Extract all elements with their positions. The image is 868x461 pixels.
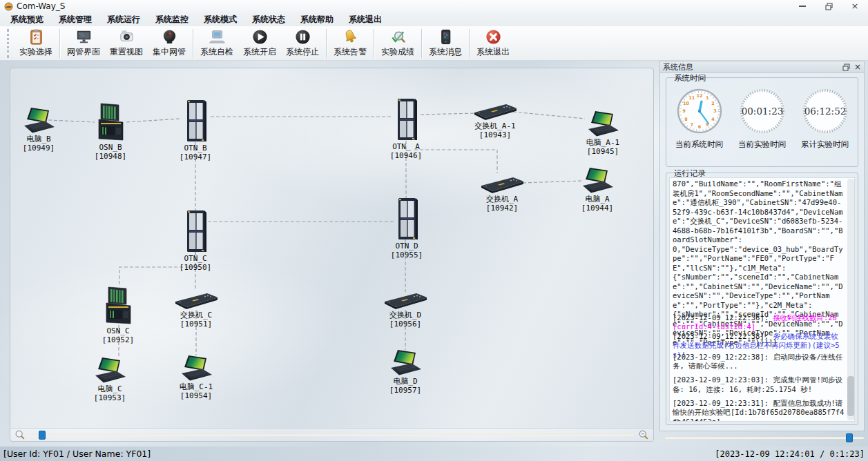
topology-node[interactable]: 交换机_D[10956] — [363, 291, 448, 328]
pause-icon — [294, 28, 311, 46]
node-label: 电脑_C-1[10954] — [153, 382, 239, 400]
toolbar-separator — [374, 29, 374, 58]
monitor-icon — [75, 28, 93, 46]
svg-text:10: 10 — [682, 101, 689, 106]
topology-node[interactable]: 电脑_C[10953] — [67, 357, 153, 402]
canvas-zoom-bar — [10, 428, 653, 441]
node-label: OSN_C[10952] — [75, 326, 161, 344]
log-scrollbar[interactable] — [847, 179, 854, 420]
run-log-group: 运行记录 870","BuildName":"","RoomFirstName"… — [666, 173, 858, 425]
toolbar-button-label: 重置视图 — [110, 46, 143, 58]
svg-text:1: 1 — [705, 95, 708, 101]
topology-node[interactable]: 电脑_C-1[10954] — [153, 355, 239, 400]
digital-clock-value: 06:12:52 — [804, 106, 846, 117]
zoom-in-icon[interactable] — [638, 429, 649, 440]
toolbar-button-label: 网管界面 — [67, 46, 100, 58]
toolbar-button-2[interactable]: 重置视图 — [105, 28, 148, 59]
toolbar: 实验选择网管界面重置视图集中网管系统自检系统开启系统停止系统告警实验成绩系统消息… — [0, 26, 868, 61]
log-scrollbar-thumb[interactable] — [847, 376, 854, 416]
osn-icon — [75, 286, 161, 325]
clipboard-icon — [28, 28, 45, 46]
menu-item-4[interactable]: 系统模式 — [196, 12, 244, 27]
topology-node[interactable]: 电脑_D[10957] — [363, 349, 448, 395]
toolbar-button-label: 系统退出 — [476, 46, 510, 58]
node-label: 电脑_A[10944] — [554, 195, 640, 213]
toolbar-button-3[interactable]: 集中网管 — [148, 28, 191, 59]
menu-item-0[interactable]: 系统预览 — [3, 12, 51, 27]
laptop-icon — [554, 167, 640, 193]
menu-item-3[interactable]: 系统监控 — [148, 12, 196, 27]
toolbar-button-8[interactable]: 实验成绩 — [376, 28, 419, 59]
exit-icon — [485, 28, 502, 46]
toolbar-separator — [469, 29, 470, 58]
toolbar-button-label: 系统自检 — [200, 46, 233, 58]
toolbar-button-label: 系统停止 — [286, 46, 319, 58]
topology-node[interactable]: OSN_C[10952] — [75, 286, 161, 344]
toolbar-button-1[interactable]: 网管界面 — [62, 28, 105, 59]
panel-slider-thumb[interactable] — [846, 433, 853, 442]
svg-text:6: 6 — [697, 124, 701, 130]
otn-icon — [153, 210, 238, 253]
topology-node[interactable]: OTN_B[10947] — [153, 99, 238, 161]
toolbar-separator — [421, 29, 422, 58]
menu-item-6[interactable]: 系统帮助 — [293, 12, 341, 27]
log-line — [673, 389, 845, 399]
menu-item-7[interactable]: 系统退出 — [341, 12, 389, 27]
toolbar-button-9[interactable]: 系统消息 — [424, 28, 467, 59]
topology-node[interactable]: OTN_C[10950] — [153, 210, 238, 272]
toolbar-button-label: 实验成绩 — [381, 46, 414, 58]
node-label: OTN_D[10955] — [364, 242, 450, 259]
toolbar-button-label: 系统告警 — [334, 46, 367, 58]
float-panel-icon[interactable] — [842, 63, 850, 71]
canvas-zoom-thumb[interactable] — [39, 431, 46, 440]
topology-node[interactable]: 交换机_A-1[10943] — [452, 102, 538, 139]
log-line: [2023-12-09_12:22:38]: 务必确保系统安装软件发送数据完成(… — [673, 332, 845, 353]
node-label: OSN_B[10948] — [68, 143, 153, 161]
restore-button[interactable] — [816, 0, 842, 12]
svg-text:3: 3 — [713, 108, 717, 114]
panel-slider-track[interactable] — [665, 437, 864, 439]
zoom-out-icon[interactable] — [15, 429, 26, 440]
camera-icon — [118, 28, 135, 46]
svg-text:8: 8 — [684, 117, 688, 122]
minimize-button[interactable] — [789, 0, 816, 12]
toolbar-grip[interactable] — [7, 29, 9, 58]
svg-text:9: 9 — [682, 108, 686, 114]
topology-node[interactable]: OTN_D[10955] — [364, 197, 450, 259]
topology-node[interactable]: 电脑_A[10944] — [554, 167, 640, 213]
laptop-icon — [153, 355, 239, 381]
panel-slider — [665, 433, 864, 442]
topology-node[interactable]: OTN_ A[10946] — [363, 98, 449, 160]
close-panel-icon[interactable]: × — [854, 63, 861, 70]
toolbar-button-label: 集中网管 — [153, 46, 186, 58]
svg-text:11: 11 — [688, 95, 695, 101]
topology-node[interactable]: 交换机_A[10942] — [459, 175, 545, 213]
toolbar-button-0[interactable]: 实验选择 — [15, 28, 57, 59]
analog-clock-label: 当前系统时间 — [669, 139, 730, 150]
log-line: [2023-12-09_12:22:36]: 接收到连线数目:26 — [673, 313, 845, 323]
toolbar-button-7[interactable]: 系统告警 — [329, 28, 372, 59]
system-info-header[interactable]: 系统信息 × — [660, 61, 864, 73]
topology-node[interactable]: OSN_B[10948] — [68, 103, 153, 161]
toolbar-button-6[interactable]: 系统停止 — [281, 28, 324, 59]
node-label: 交换机_C[10951] — [153, 311, 239, 328]
node-label: 电脑_C[10953] — [67, 384, 153, 402]
toolbar-button-5[interactable]: 系统开启 — [238, 28, 281, 59]
webcam-icon — [161, 28, 178, 46]
close-button[interactable]: × — [842, 0, 868, 12]
menu-item-2[interactable]: 系统运行 — [99, 12, 148, 27]
toolbar-button-4[interactable]: 系统自检 — [195, 28, 238, 59]
analog-clock: 123456789101112 当前系统时间 — [669, 88, 730, 150]
otn-icon — [364, 197, 450, 240]
menu-item-1[interactable]: 系统管理 — [51, 12, 99, 27]
topology-node[interactable]: 交换机_C[10951] — [153, 291, 239, 328]
menu-item-5[interactable]: 系统状态 — [244, 12, 293, 27]
toolbar-separator — [193, 29, 193, 58]
log-line — [673, 366, 845, 376]
canvas-zoom-track[interactable] — [30, 434, 634, 436]
toolbar-button-10[interactable]: 系统退出 — [472, 28, 514, 59]
title-bar: Com-Way_S × — [0, 0, 868, 12]
topology-canvas[interactable]: 电脑_B[10949]OSN_B[10948]OTN_B[10947]OTN_ … — [10, 68, 654, 442]
run-log[interactable]: 870","BuildName":"","RoomFirstName":"组装机… — [669, 177, 855, 422]
topology-node[interactable]: 电脑_A-1[10945] — [560, 110, 646, 156]
